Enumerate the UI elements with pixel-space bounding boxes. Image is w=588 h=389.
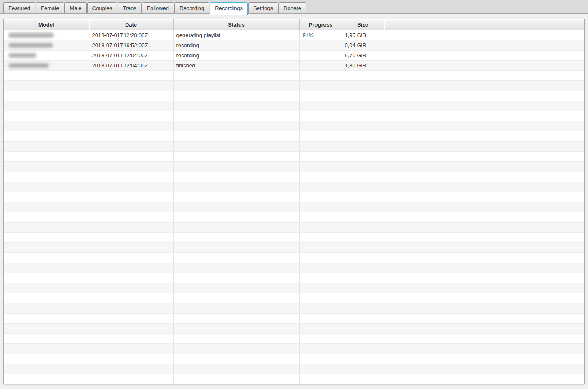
cell-empty	[384, 374, 584, 384]
tab-recordings[interactable]: Recordings	[210, 2, 248, 15]
cell-empty	[299, 273, 342, 283]
cell-empty	[299, 131, 342, 141]
table-row-empty[interactable]	[4, 131, 584, 141]
tab-female[interactable]: Female	[36, 2, 64, 13]
tab-featured[interactable]: Featured	[3, 2, 35, 13]
tab-couples[interactable]: Couples	[87, 2, 118, 13]
cell-size: 1,80 GiB	[342, 60, 384, 70]
table-row-empty[interactable]	[4, 303, 584, 313]
table-row[interactable]: 2018-07-01T16:52:00Zrecording0,04 GiB	[4, 40, 584, 50]
table-row-empty[interactable]	[4, 192, 584, 202]
table-row-empty[interactable]	[4, 313, 584, 323]
table-row-empty[interactable]	[4, 252, 584, 263]
table-row[interactable]: 2018-07-01T12:04:00Zfinished1,80 GiB	[4, 60, 584, 70]
tab-donate[interactable]: Donate	[278, 2, 306, 13]
cell-empty	[299, 70, 342, 80]
cell-empty	[89, 273, 173, 283]
cell-empty	[342, 343, 384, 354]
cell-empty	[89, 121, 173, 131]
tab-settings[interactable]: Settings	[248, 2, 278, 13]
table-row-empty[interactable]	[4, 333, 584, 343]
cell-status: finished	[173, 60, 299, 70]
table-row-empty[interactable]	[4, 374, 584, 384]
cell-empty	[342, 354, 384, 364]
table-row-empty[interactable]	[4, 283, 584, 293]
cell-empty	[4, 343, 89, 354]
tab-recording[interactable]: Recording	[174, 2, 209, 13]
cell-date: 2018-07-01T16:52:00Z	[89, 40, 173, 50]
cell-empty	[384, 182, 584, 192]
cell-empty	[89, 293, 173, 303]
cell-empty	[89, 374, 173, 384]
cell-empty	[89, 111, 173, 121]
cell-empty	[173, 172, 299, 182]
cell-empty	[4, 313, 89, 323]
cell-empty	[299, 121, 342, 131]
table-row[interactable]: 2018-07-01T12:04:00Zrecording5,70 GiB	[4, 50, 584, 60]
cell-status: recording	[173, 50, 299, 60]
tab-followed[interactable]: Followed	[142, 2, 174, 13]
cell-empty	[89, 303, 173, 313]
cell-empty	[299, 354, 342, 364]
cell-empty	[173, 151, 299, 161]
cell-empty	[299, 141, 342, 151]
tab-trans[interactable]: Trans	[118, 2, 142, 13]
table-row-empty[interactable]	[4, 242, 584, 252]
cell-empty	[89, 161, 173, 172]
table-row-empty[interactable]	[4, 70, 584, 80]
cell-empty	[384, 141, 584, 151]
table-row-empty[interactable]	[4, 172, 584, 182]
table-row-empty[interactable]	[4, 101, 584, 111]
table-row-empty[interactable]	[4, 293, 584, 303]
cell-empty	[342, 303, 384, 313]
cell-empty	[384, 273, 584, 283]
table-row-empty[interactable]	[4, 91, 584, 101]
table-row-empty[interactable]	[4, 121, 584, 131]
cell-empty	[299, 252, 342, 263]
cell-empty	[4, 80, 89, 91]
cell-empty	[299, 172, 342, 182]
table-row-empty[interactable]	[4, 141, 584, 151]
cell-empty	[173, 212, 299, 222]
column-header-model[interactable]: Model	[4, 19, 89, 30]
tab-male[interactable]: Male	[64, 2, 86, 13]
cell-empty	[89, 242, 173, 252]
table-row-empty[interactable]	[4, 232, 584, 242]
table-row-empty[interactable]	[4, 161, 584, 172]
table-row-empty[interactable]	[4, 202, 584, 212]
table-row-empty[interactable]	[4, 212, 584, 222]
column-header-size[interactable]: Size	[342, 19, 384, 30]
cell-empty	[4, 263, 89, 273]
column-header-spacer[interactable]	[384, 19, 584, 30]
cell-empty	[342, 131, 384, 141]
table-row-empty[interactable]	[4, 323, 584, 333]
table-row-empty[interactable]	[4, 354, 584, 364]
model-name-redacted	[8, 53, 36, 58]
column-header-status[interactable]: Status	[173, 19, 299, 30]
table-row-empty[interactable]	[4, 364, 584, 374]
table-row[interactable]: 2018-07-01T12:28:00Zgenerating playlist9…	[4, 30, 584, 40]
table-row-empty[interactable]	[4, 80, 584, 91]
cell-empty	[173, 182, 299, 192]
cell-empty	[342, 333, 384, 343]
cell-empty	[4, 121, 89, 131]
table-row-empty[interactable]	[4, 263, 584, 273]
cell-empty	[299, 91, 342, 101]
cell-empty	[173, 273, 299, 283]
table-row-empty[interactable]	[4, 222, 584, 232]
table-row-empty[interactable]	[4, 182, 584, 192]
column-header-date[interactable]: Date	[89, 19, 173, 30]
cell-empty	[173, 121, 299, 131]
cell-empty	[89, 343, 173, 354]
table-row-empty[interactable]	[4, 273, 584, 283]
table-row-empty[interactable]	[4, 343, 584, 354]
column-header-progress[interactable]: Progress	[299, 19, 342, 30]
cell-empty	[342, 263, 384, 273]
cell-empty	[4, 273, 89, 283]
cell-empty	[299, 111, 342, 121]
table-row-empty[interactable]	[4, 151, 584, 161]
table-row-empty[interactable]	[4, 111, 584, 121]
cell-empty	[4, 131, 89, 141]
cell-empty	[299, 222, 342, 232]
cell-spacer	[384, 40, 584, 50]
